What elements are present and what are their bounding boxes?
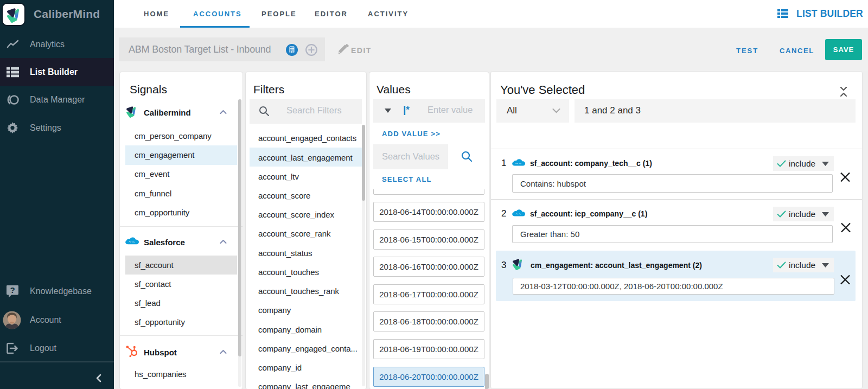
svg-text:?: ? [10, 285, 15, 295]
